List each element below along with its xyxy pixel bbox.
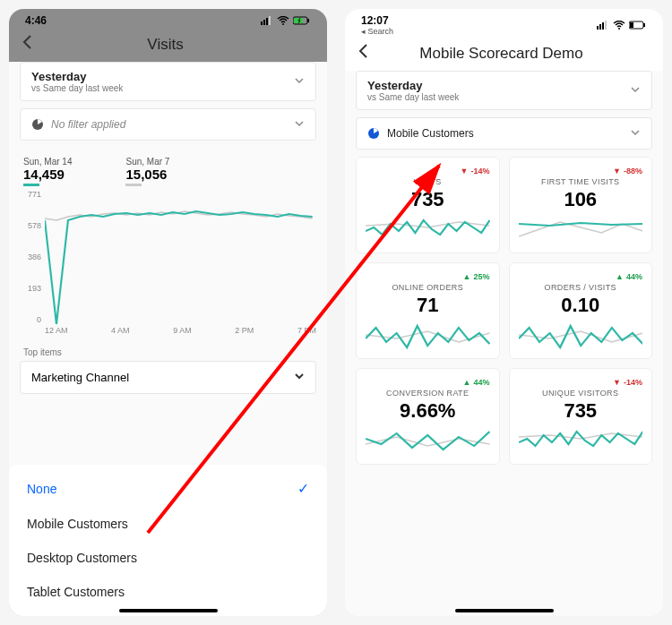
svg-rect-7 — [307, 19, 309, 22]
trend-down-icon: ▼ — [461, 167, 469, 176]
metric-card[interactable]: ▲ 44%ORDERS / VISITS0.10 — [509, 262, 653, 359]
date-selector[interactable]: Yesterday vs Same day last week — [356, 71, 652, 110]
metrics-grid: ▼ -14%VISITS735▼ -88%FIRST TIME VISITS10… — [356, 157, 652, 465]
svg-rect-2 — [266, 18, 268, 25]
sparkline — [519, 321, 643, 351]
metric-value: 106 — [519, 188, 643, 211]
filter-label: Mobile Customers — [387, 127, 623, 140]
filter-selector[interactable]: No filter applied — [20, 108, 316, 141]
metric-card[interactable]: ▼ -88%FIRST TIME VISITS106 — [509, 157, 653, 253]
sparkline — [366, 215, 490, 245]
status-icons — [261, 16, 311, 25]
metric-card[interactable]: ▲ 25%ONLINE ORDERS71 — [356, 262, 500, 359]
y-axis-labels: 771 578 386 193 0 — [20, 190, 43, 324]
status-time: 12:07 — [361, 14, 393, 27]
top-items-dropdown[interactable]: Marketing Channel — [20, 361, 316, 394]
chevron-down-icon — [294, 371, 305, 384]
body-right: Yesterday vs Same day last week Mobile C… — [345, 71, 663, 616]
metric-card[interactable]: ▲ 44%CONVERSION RATE9.66% — [356, 368, 500, 465]
trend-up-icon: ▲ — [463, 272, 471, 281]
page-title: Visits — [34, 36, 297, 54]
chevron-down-icon — [294, 73, 305, 90]
status-bar: 12:07 ◂ Search — [345, 9, 663, 36]
svg-rect-0 — [261, 21, 263, 25]
date-sub: vs Same day last week — [367, 92, 459, 102]
svg-rect-16 — [643, 23, 645, 27]
page-title: Mobile Scorecard Demo — [370, 45, 633, 63]
chart-area: 771 578 386 193 0 — [20, 190, 316, 324]
delta-badge: ▲ 44% — [519, 272, 643, 281]
chevron-down-icon — [630, 125, 641, 141]
trend-down-icon: ▼ — [613, 167, 621, 176]
nav-bar: Mobile Scorecard Demo — [345, 36, 663, 71]
date-selector[interactable]: Yesterday vs Same day last week — [20, 62, 316, 101]
trend-down-icon: ▼ — [613, 378, 621, 387]
metric-value: 0.10 — [519, 294, 643, 317]
filter-option-none[interactable]: None ✓ — [9, 470, 327, 507]
line-chart — [45, 190, 316, 324]
metric-label: CONVERSION RATE — [366, 389, 490, 398]
series-a-date: Sun, Mar 14 — [23, 157, 72, 167]
wifi-icon — [613, 21, 625, 30]
series-b-value: 15,056 — [125, 167, 169, 182]
sparkline — [519, 426, 643, 457]
svg-rect-10 — [599, 24, 601, 30]
back-button[interactable] — [22, 34, 34, 55]
home-indicator — [119, 609, 218, 612]
metric-label: ORDERS / VISITS — [519, 283, 643, 292]
svg-point-13 — [618, 28, 620, 30]
series-a-swatch — [23, 184, 39, 186]
back-button[interactable] — [358, 43, 370, 64]
metric-card[interactable]: ▼ -14%UNIQUE VISITORS735 — [509, 368, 653, 465]
signal-icon — [597, 21, 609, 30]
date-main: Yesterday — [31, 70, 123, 83]
status-bar: 4:46 — [9, 9, 327, 27]
delta-badge: ▲ 44% — [366, 378, 490, 387]
trend-up-icon: ▲ — [616, 272, 624, 281]
check-icon: ✓ — [297, 480, 309, 497]
filter-option-tablet[interactable]: Tablet Customers — [9, 575, 327, 609]
metric-label: FIRST TIME VISITS — [519, 177, 643, 186]
metric-value: 9.66% — [366, 399, 490, 423]
svg-rect-15 — [630, 22, 633, 28]
svg-rect-12 — [605, 21, 607, 30]
filter-selector[interactable]: Mobile Customers — [356, 117, 652, 150]
chevron-down-icon — [630, 82, 641, 98]
dropdown-value: Marketing Channel — [31, 371, 129, 384]
segment-icon — [31, 118, 44, 131]
trend-up-icon: ▲ — [463, 378, 471, 387]
filter-option-desktop[interactable]: Desktop Customers — [9, 541, 327, 575]
metric-label: VISITS — [366, 177, 490, 186]
series-b-swatch — [125, 184, 142, 186]
phone-right: 12:07 ◂ Search Mobile Scorecard Demo Yes… — [345, 9, 663, 616]
battery-icon — [629, 21, 647, 30]
delta-badge: ▼ -14% — [519, 378, 643, 387]
x-axis-labels: 12 AM 4 AM 9 AM 2 PM 7 PM — [20, 324, 316, 340]
segment-icon — [367, 127, 380, 140]
metric-value: 735 — [519, 399, 643, 423]
svg-rect-3 — [269, 16, 271, 25]
metric-label: ONLINE ORDERS — [366, 283, 490, 292]
status-breadcrumb[interactable]: ◂ Search — [361, 27, 393, 36]
sparkline — [366, 426, 490, 457]
phone-left: 4:46 Visits Yesterday vs Same day last w… — [9, 9, 327, 616]
battery-icon — [293, 16, 311, 25]
chart-header: Sun, Mar 14 14,459 Sun, Mar 7 15,056 — [20, 148, 316, 190]
filter-option-mobile[interactable]: Mobile Customers — [9, 507, 327, 541]
delta-badge: ▲ 25% — [366, 272, 490, 281]
sparkline — [366, 321, 490, 351]
metric-card[interactable]: ▼ -14%VISITS735 — [356, 157, 500, 253]
svg-rect-9 — [597, 26, 599, 30]
top-items-label: Top items — [20, 340, 316, 361]
wifi-icon — [277, 16, 289, 25]
filter-label: No filter applied — [51, 118, 287, 131]
delta-badge: ▼ -14% — [366, 167, 490, 176]
metric-label: UNIQUE VISITORS — [519, 389, 643, 398]
date-main: Yesterday — [367, 79, 459, 92]
delta-badge: ▼ -88% — [519, 167, 643, 176]
svg-rect-11 — [602, 22, 604, 30]
series-b-date: Sun, Mar 7 — [125, 157, 169, 167]
date-sub: vs Same day last week — [31, 83, 123, 93]
metric-value: 735 — [366, 188, 490, 211]
signal-icon — [261, 16, 273, 25]
